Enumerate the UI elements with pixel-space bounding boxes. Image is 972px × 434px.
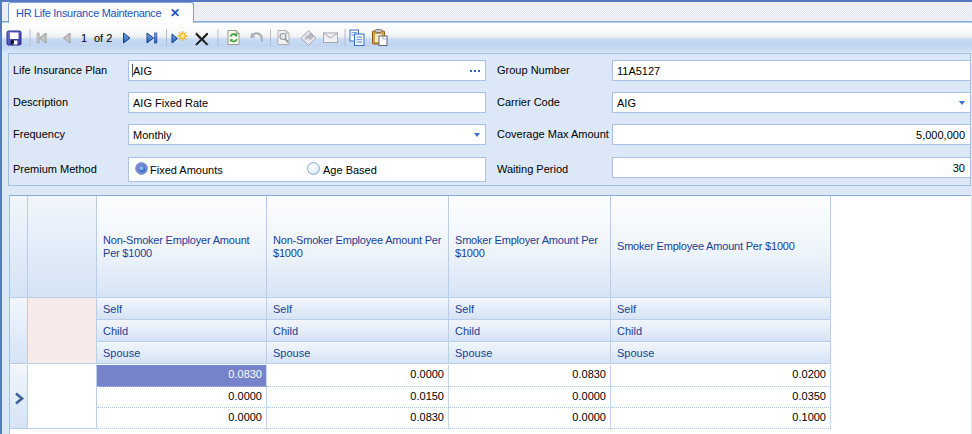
svg-text:of 2: of 2: [94, 32, 112, 44]
svg-text:1: 1: [81, 32, 87, 44]
